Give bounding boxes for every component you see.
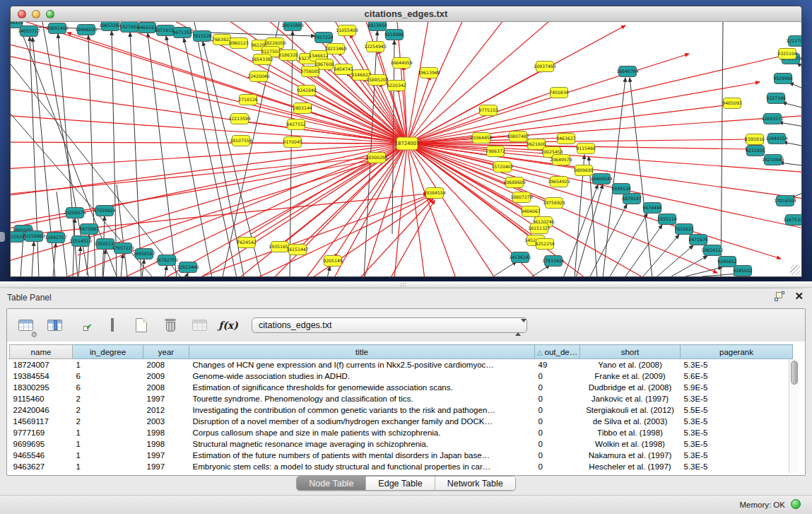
node-label: 8215955 (746, 148, 765, 153)
table-panel-header: Table Panel ✕ (0, 288, 812, 307)
table-row[interactable]: 977716911998Corpus callosum shape and si… (10, 427, 793, 438)
cell-year: 2003 (143, 416, 189, 427)
edge (130, 33, 141, 276)
column-header-year[interactable]: year (143, 345, 189, 359)
node-label: 9899695 (574, 168, 594, 173)
node-label: 19654923 (548, 179, 570, 184)
cell-short: Franke et al. (2009) (580, 370, 681, 382)
table-row[interactable]: 2242004622012Investigating the contribut… (10, 404, 793, 416)
panel-divider[interactable] (0, 281, 812, 288)
zoom-window-icon[interactable] (46, 10, 54, 18)
node-label: 9529966 (773, 76, 793, 81)
network-graph[interactable]: 2094379140557172069140618496030106532871… (11, 22, 801, 276)
delete-column-button[interactable] (159, 314, 182, 337)
table-row[interactable]: 946362711997Embryonic stem cells: a mode… (10, 461, 793, 472)
function-builder-button[interactable]: ƒ(x) (217, 314, 240, 337)
table-panel: Table Panel ✕ ⚙ ✓ ✓ (0, 288, 812, 495)
node-label: 18496030 (75, 27, 98, 32)
node-label: 9775155 (478, 107, 498, 112)
edge (782, 103, 801, 110)
cell-in_degree: 1 (73, 359, 143, 370)
table-selector-value: citations_edges.txt (259, 320, 332, 330)
edge (407, 82, 760, 144)
table-row[interactable]: 1938455462009Genome-wide association stu… (10, 370, 793, 382)
column-header-pagerank[interactable]: pagerank (681, 345, 793, 359)
node-label: 7624542 (237, 240, 257, 245)
minimize-window-icon[interactable] (32, 10, 40, 18)
cell-year: 1997 (143, 450, 189, 461)
node-label: 16644059 (390, 60, 413, 65)
edge (407, 144, 428, 276)
table-row[interactable]: 1830029562008Estimation of significance … (10, 382, 793, 393)
table-row[interactable]: 969969511998Structural magnetic resonanc… (10, 438, 793, 450)
tab-edge-table[interactable]: Edge Table (366, 477, 435, 490)
clear-selection-button[interactable] (101, 314, 124, 337)
cell-title: Disruption of a novel member of a sodium… (189, 416, 535, 427)
column-header-in_degree[interactable]: in_degree (73, 345, 143, 359)
column-header-title[interactable]: title (189, 345, 535, 359)
edge (165, 266, 167, 276)
edge (272, 197, 432, 276)
network-canvas[interactable]: 2094379140557172069140618496030106532871… (11, 22, 801, 276)
cell-short: Dudbridge et al. (2008) (580, 382, 681, 393)
node-label: 12942757 (45, 235, 67, 240)
node-label: 9484067 (521, 209, 541, 214)
close-window-icon[interactable] (18, 10, 26, 18)
node-label: 6879197 (622, 196, 642, 201)
table-panel-title: Table Panel (7, 293, 52, 303)
divider-handle-icon[interactable] (400, 283, 406, 286)
cell-out_de: 49 (535, 359, 580, 370)
cell-name: 14569117 (10, 416, 73, 427)
edge (721, 22, 723, 276)
cell-name: 9463627 (10, 461, 73, 472)
node-label: 9245652 (717, 259, 737, 264)
network-window-titlebar[interactable]: citations_edges.txt (11, 6, 801, 22)
column-header-name[interactable]: name (10, 345, 73, 359)
cell-in_degree: 2 (73, 393, 143, 404)
cell-short: Hescheler et al. (1997) (580, 461, 681, 472)
node-label: 10025458 (541, 149, 563, 154)
memory-indicator-dot[interactable] (791, 499, 801, 509)
table-row[interactable]: 1456911722003Disruption of a novel membe… (10, 416, 793, 427)
edge (407, 22, 431, 144)
node-label: 9242848 (297, 88, 317, 93)
show-columns-button[interactable] (43, 314, 66, 337)
window-resize-grip[interactable] (790, 265, 800, 275)
select-columns-button[interactable]: ✓ ✓ (72, 314, 95, 337)
network-window[interactable]: citations_edges.txt 20943791405571720691… (10, 6, 802, 277)
cell-in_degree: 6 (73, 382, 143, 393)
table-row[interactable]: 1872400712008Changes of HCN gene express… (10, 359, 793, 370)
tab-network-table[interactable]: Network Table (435, 477, 515, 490)
node-label: 18226058 (264, 40, 286, 45)
edge (783, 142, 801, 148)
cell-year: 2012 (143, 404, 189, 416)
column-header-short[interactable]: short (580, 345, 681, 359)
edge (643, 235, 679, 276)
cell-name: 9777169 (10, 427, 73, 438)
node-label: 19384554 (423, 190, 446, 195)
close-panel-icon[interactable]: ✕ (794, 291, 804, 301)
node-label: 9245012 (733, 268, 753, 273)
cell-short: Yano et al. (2008) (580, 359, 681, 370)
node-label: 18300295 (365, 155, 388, 160)
node-label: 2803144 (293, 105, 312, 110)
cell-in_degree: 2 (73, 416, 143, 427)
cell-out_de: 0 (535, 416, 580, 427)
tab-node-table[interactable]: Node Table (297, 477, 366, 490)
table-selector-dropdown[interactable]: citations_edges.txt (252, 317, 527, 333)
table-mode-button[interactable]: ⚙ (14, 314, 37, 337)
table-scrollbar[interactable] (789, 359, 799, 473)
cell-out_de: 0 (535, 438, 580, 450)
column-header-out_de[interactable]: △out_de… (535, 345, 580, 359)
table-scrollbar-thumb[interactable] (791, 361, 798, 385)
create-column-button[interactable] (130, 314, 153, 337)
cell-name: 19384554 (10, 370, 73, 382)
delete-table-button[interactable] (188, 314, 211, 337)
float-panel-icon[interactable] (775, 291, 784, 301)
table-row[interactable]: 911546021997Tourette syndrome. Phenomeno… (10, 393, 793, 404)
edge (491, 262, 517, 276)
cell-pagerank: 5.6E-5 (681, 370, 793, 382)
edge (305, 110, 407, 144)
cell-out_de: 0 (535, 427, 580, 438)
table-row[interactable]: 946554611997Estimation of the future num… (10, 450, 793, 461)
